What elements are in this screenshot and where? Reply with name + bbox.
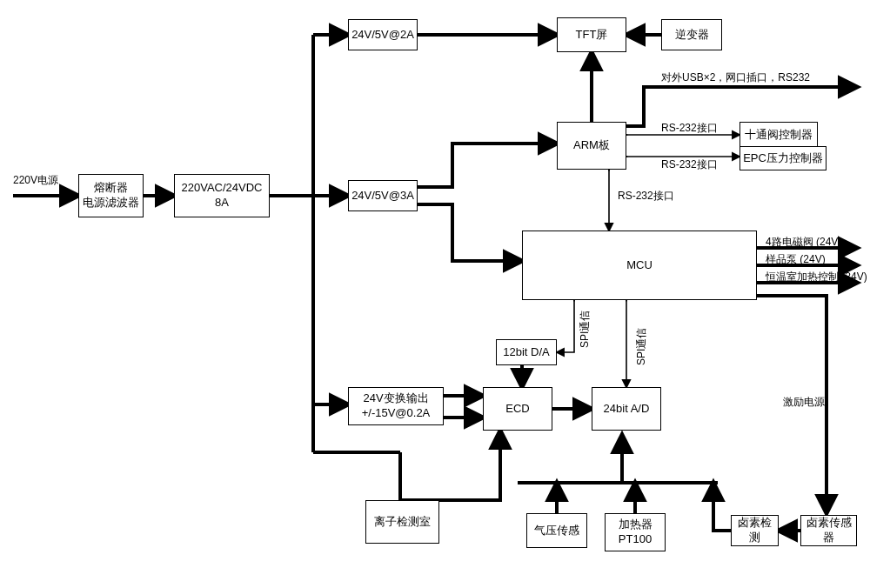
reg-15v-text: 24V变换输出 +/-15V@0.2A (362, 391, 431, 421)
tft-text: TFT屏 (576, 28, 608, 43)
diagram: 220V电源 熔断器 电源滤波器 220VAC/24VDC 8A 24V/5V@… (0, 0, 870, 588)
ecd-box: ECD (483, 387, 552, 431)
ten-valve-text: 十通阀控制器 (745, 128, 813, 143)
pressure-box: 气压传感 (526, 513, 587, 548)
rs232-a-label: RS-232接口 (661, 122, 718, 134)
adc-box: 24bit A/D (592, 387, 661, 431)
fuse-filter-box: 熔断器 电源滤波器 (78, 174, 144, 217)
psu-text: 220VAC/24VDC 8A (182, 181, 263, 210)
epc-box: EPC压力控制器 (740, 146, 826, 170)
rs232-c-label: RS-232接口 (618, 190, 674, 202)
out1-label: 4路电磁阀 (24V) (766, 236, 841, 248)
epc-text: EPC压力控制器 (743, 151, 823, 166)
halogen-sensor-box: 卤素传感器 (800, 515, 857, 546)
halogen-det-text: 卤素检测 (733, 516, 776, 545)
reg-2a-text: 24V/5V@2A (351, 28, 414, 43)
heater-text: 加热器 PT100 (619, 518, 652, 547)
mcu-box: MCU (522, 231, 757, 300)
ten-valve-box: 十通阀控制器 (740, 122, 818, 148)
out3-label: 恒温室加热控制 (24V) (766, 271, 867, 283)
adc-text: 24bit A/D (604, 402, 650, 417)
spi-a-label: SPI通信 (579, 311, 591, 348)
arm-box: ARM板 (557, 122, 626, 170)
rs232-b-label: RS-232接口 (661, 158, 718, 170)
halogen-sensor-text: 卤素传感器 (803, 516, 854, 545)
mcu-text: MCU (626, 258, 652, 273)
inverter-box: 逆变器 (661, 19, 722, 50)
excite-label: 激励电源 (783, 396, 825, 408)
inverter-text: 逆变器 (675, 28, 709, 43)
dac-text: 12bit D/A (503, 345, 549, 360)
reg-3a-box: 24V/5V@3A (348, 180, 418, 211)
ecd-text: ECD (505, 402, 529, 417)
halogen-det-box: 卤素检测 (731, 515, 779, 546)
out2-label: 样品泵 (24V) (766, 253, 826, 265)
tft-box: TFT屏 (557, 17, 626, 52)
reg-15v-box: 24V变换输出 +/-15V@0.2A (348, 387, 444, 425)
reg-3a-text: 24V/5V@3A (351, 189, 414, 204)
heater-box: 加热器 PT100 (605, 513, 666, 551)
usb-label: 对外USB×2，网口插口，RS232 (661, 71, 810, 84)
arm-text: ARM板 (573, 138, 610, 153)
dac-box: 12bit D/A (496, 339, 557, 365)
spi-b-label: SPI通信 (635, 328, 647, 365)
fuse-filter-text: 熔断器 电源滤波器 (83, 181, 139, 210)
psu-box: 220VAC/24VDC 8A (174, 174, 270, 217)
ion-chamber-box: 离子检测室 (365, 500, 439, 544)
input-power-label: 220V电源 (13, 174, 58, 186)
pressure-text: 气压传感 (534, 524, 579, 538)
reg-2a-box: 24V/5V@2A (348, 19, 418, 50)
ion-chamber-text: 离子检测室 (374, 515, 431, 530)
